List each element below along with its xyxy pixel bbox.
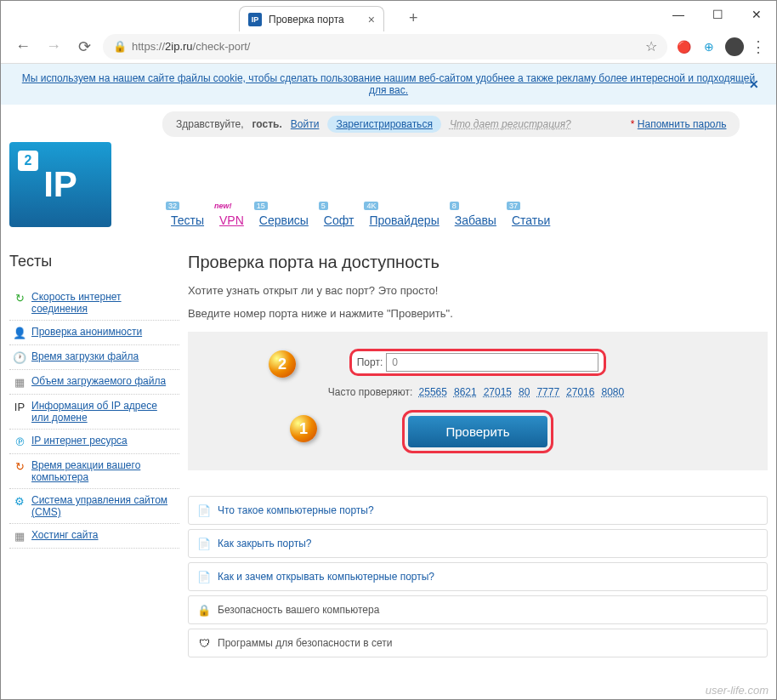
sidebar-item-0[interactable]: ↻Скорость интернет соединения (9, 286, 179, 321)
back-button[interactable]: ← (11, 35, 35, 59)
extension-icon-2[interactable]: ⊕ (700, 37, 718, 56)
nav-item-3[interactable]: 5Софт (324, 213, 354, 227)
address-bar: ← → ⟳ 🔒 https://2ip.ru/check-port/ ☆ 🔴 ⊕… (1, 30, 776, 64)
sidebar-icon: ℗ (13, 435, 26, 448)
page-title: Проверка порта на доступность (188, 253, 768, 272)
intro-2: Введите номер порта ниже и нажмите "Пров… (188, 307, 768, 320)
new-tab-button[interactable]: + (409, 9, 418, 27)
check-button[interactable]: Проверить (408, 416, 547, 447)
sidebar-item-4[interactable]: IPИнформация об IP адресе или домене (9, 395, 179, 430)
faq-item-4[interactable]: 🛡Программы для безопасности в сети (188, 629, 768, 657)
nav-item-2[interactable]: 15Сервисы (259, 213, 309, 227)
button-highlight: Проверить (402, 410, 553, 453)
browser-menu[interactable]: ⋮ (751, 37, 766, 56)
sidebar-icon: ▦ (13, 375, 26, 389)
sidebar-item-2[interactable]: 🕐Время загрузки файла (9, 345, 179, 370)
nav-item-4[interactable]: 4KПровайдеры (369, 213, 439, 227)
sidebar-icon: IP (13, 400, 26, 413)
watermark: user-life.com (706, 684, 768, 697)
sidebar-icon: 👤 (13, 326, 26, 339)
faq-item-0[interactable]: 📄Что такое компьютерные порты? (188, 496, 768, 525)
main-content: Проверка порта на доступность Хотите узн… (188, 253, 768, 662)
sidebar-icon: 🕐 (13, 350, 26, 364)
faq-icon: 📄 (197, 504, 211, 517)
maximize-button[interactable]: ☐ (698, 1, 737, 28)
port-input-highlight: Порт: (349, 349, 607, 376)
sidebar-icon: ↻ (13, 291, 26, 304)
cookie-banner: Мы используем на нашем сайте файлы cooki… (1, 64, 776, 105)
sidebar-item-6[interactable]: ↻Время реакции вашего компьютера (9, 454, 179, 489)
faq-icon: 🛡 (197, 636, 211, 650)
sidebar-icon: ▦ (13, 529, 26, 543)
sidebar-icon: ↻ (13, 459, 26, 473)
callout-2: 2 (269, 350, 296, 378)
freq-port-link[interactable]: 27016 (566, 386, 594, 398)
cookie-text[interactable]: Мы используем на нашем сайте файлы cooki… (22, 72, 755, 96)
faq-icon: 📄 (197, 537, 211, 550)
faq-icon: 🔒 (197, 603, 211, 617)
faq-item-1[interactable]: 📄Как закрыть порты? (188, 529, 768, 558)
window-titlebar: IP Проверка порта × + — ☐ ✕ (1, 1, 776, 30)
freq-port-link[interactable]: 25565 (419, 386, 447, 398)
frequent-ports: Часто проверяют: 25565862127015807777270… (205, 386, 751, 398)
faq-item-2[interactable]: 📄Как и зачем открывать компьютерные порт… (188, 562, 768, 591)
faq-list: 📄Что такое компьютерные порты?📄Как закры… (188, 496, 768, 657)
lock-icon: 🔒 (113, 40, 127, 53)
nav-item-1[interactable]: new!VPN (219, 213, 244, 227)
close-button[interactable]: ✕ (737, 1, 776, 28)
main-nav: 32Тестыnew!VPN15Сервисы5Софт4KПровайдеры… (111, 142, 550, 227)
tab-title: Проверка порта (269, 14, 344, 26)
sidebar-item-5[interactable]: ℗IP интернет ресурса (9, 430, 179, 454)
url-field[interactable]: 🔒 https://2ip.ru/check-port/ ☆ (103, 34, 667, 60)
bookmark-icon[interactable]: ☆ (645, 38, 657, 54)
port-label: Порт: (357, 356, 383, 368)
callout-1: 1 (290, 415, 317, 442)
forward-button[interactable]: → (42, 35, 65, 59)
favicon: IP (248, 13, 262, 26)
remind-password-link[interactable]: Напомнить пароль (638, 118, 727, 130)
nav-item-0[interactable]: 32Тесты (171, 213, 204, 227)
check-form: Порт: Часто проверяют: 25565862127015807… (188, 332, 768, 470)
sidebar: Тесты ↻Скорость интернет соединения👤Пров… (9, 253, 179, 662)
sidebar-item-3[interactable]: ▦Объем загружаемого файла (9, 370, 179, 395)
intro-1: Хотите узнать открыт ли у вас порт? Это … (188, 284, 768, 297)
freq-port-link[interactable]: 7777 (536, 386, 559, 398)
faq-icon: 📄 (197, 570, 211, 583)
freq-port-link[interactable]: 27015 (484, 386, 512, 398)
profile-avatar[interactable] (725, 37, 744, 56)
freq-port-link[interactable]: 80 (519, 386, 530, 398)
sidebar-item-7[interactable]: ⚙Система управления сайтом (CMS) (9, 489, 179, 524)
reload-button[interactable]: ⟳ (72, 35, 96, 59)
login-link[interactable]: Войти (291, 118, 320, 130)
freq-port-link[interactable]: 8621 (454, 386, 477, 398)
sidebar-item-1[interactable]: 👤Проверка анонимности (9, 321, 179, 345)
nav-item-6[interactable]: 37Статьи (512, 213, 550, 227)
register-link[interactable]: Зарегистрироваться (327, 116, 440, 133)
sidebar-item-8[interactable]: ▦Хостинг сайта (9, 524, 179, 549)
nav-item-5[interactable]: 8Забавы (455, 213, 496, 227)
site-logo[interactable]: 2 IP (9, 142, 111, 227)
extension-icon[interactable]: 🔴 (674, 37, 693, 56)
tab-close-icon[interactable]: × (368, 13, 375, 26)
faq-item-3[interactable]: 🔒Безопасность вашего компьютера (188, 595, 768, 624)
cookie-close-icon[interactable]: ✕ (749, 77, 759, 91)
freq-port-link[interactable]: 8080 (601, 386, 624, 398)
sidebar-title: Тесты (9, 253, 179, 270)
sidebar-icon: ⚙ (13, 494, 26, 508)
register-hint[interactable]: Что дает регистрация? (450, 118, 571, 130)
login-bar: Здравствуйте, гость. Войти Зарегистриров… (162, 111, 740, 137)
minimize-button[interactable]: — (659, 1, 698, 28)
port-input[interactable] (386, 353, 598, 372)
browser-tab[interactable]: IP Проверка порта × (239, 6, 384, 31)
